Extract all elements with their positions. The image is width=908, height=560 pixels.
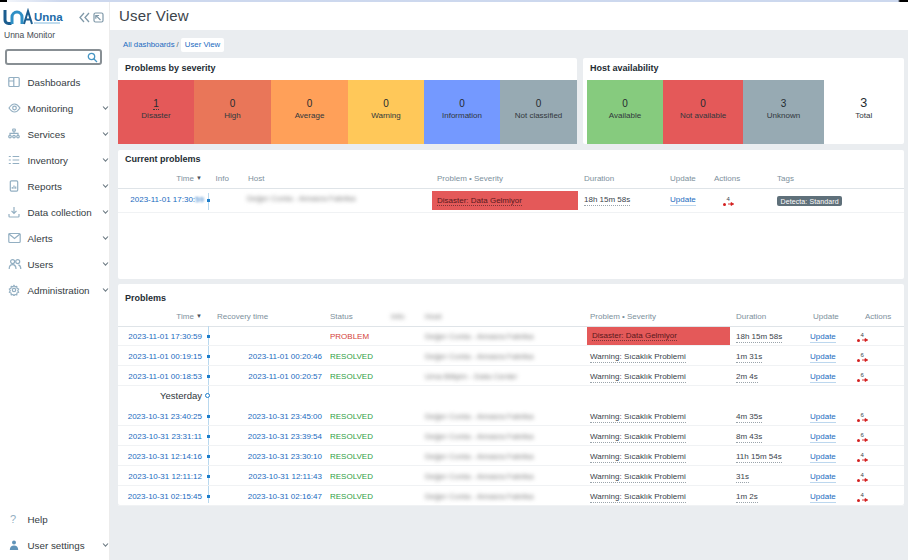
- svg-text:Unna: Unna: [34, 11, 63, 23]
- svg-text:?: ?: [10, 513, 16, 525]
